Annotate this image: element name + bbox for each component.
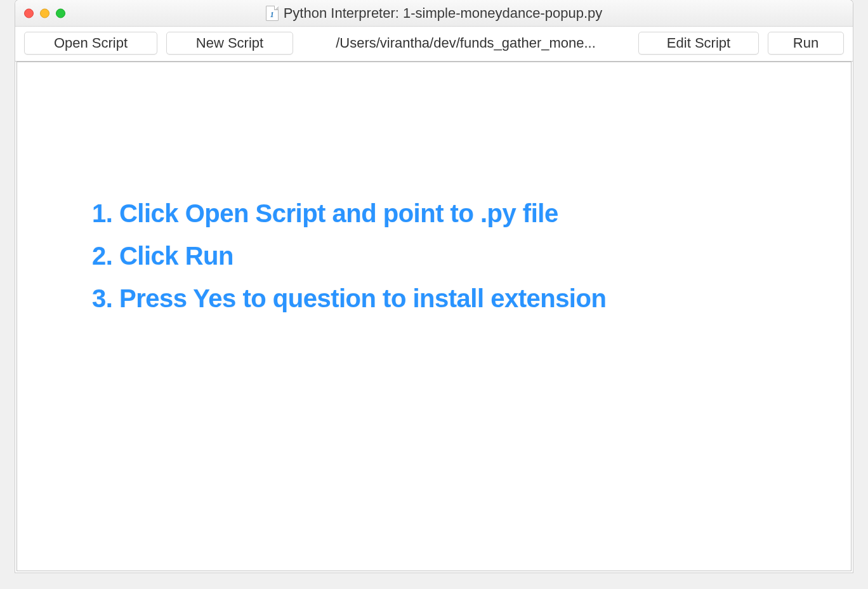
python-file-icon: 1 xyxy=(266,6,279,21)
minimize-icon[interactable] xyxy=(40,8,49,18)
instruction-line-3: 3. Press Yes to question to install exte… xyxy=(92,284,606,313)
window-controls xyxy=(24,8,65,18)
edit-script-button[interactable]: Edit Script xyxy=(638,32,759,55)
open-script-label: Open Script xyxy=(54,35,128,51)
open-script-button[interactable]: Open Script xyxy=(24,32,157,55)
window-title-text: Python Interpreter: 1-simple-moneydance-… xyxy=(284,5,603,22)
app-window: 1 Python Interpreter: 1-simple-moneydanc… xyxy=(15,0,853,572)
maximize-icon[interactable] xyxy=(56,8,65,18)
instruction-line-2: 2. Click Run xyxy=(92,242,606,270)
run-button[interactable]: Run xyxy=(768,32,844,55)
instructions-overlay: 1. Click Open Script and point to .py fi… xyxy=(92,199,606,313)
output-area[interactable]: 1. Click Open Script and point to .py fi… xyxy=(16,62,852,571)
window-title: 1 Python Interpreter: 1-simple-moneydanc… xyxy=(266,5,603,22)
close-icon[interactable] xyxy=(24,8,34,18)
titlebar: 1 Python Interpreter: 1-simple-moneydanc… xyxy=(15,0,853,27)
script-path-label: /Users/virantha/dev/funds_gather_mone... xyxy=(302,35,629,51)
new-script-button[interactable]: New Script xyxy=(166,32,293,55)
edit-script-label: Edit Script xyxy=(667,35,730,51)
toolbar: Open Script New Script /Users/virantha/d… xyxy=(15,27,853,62)
run-label: Run xyxy=(793,35,819,51)
instruction-line-1: 1. Click Open Script and point to .py fi… xyxy=(92,199,606,228)
new-script-label: New Script xyxy=(196,35,263,51)
